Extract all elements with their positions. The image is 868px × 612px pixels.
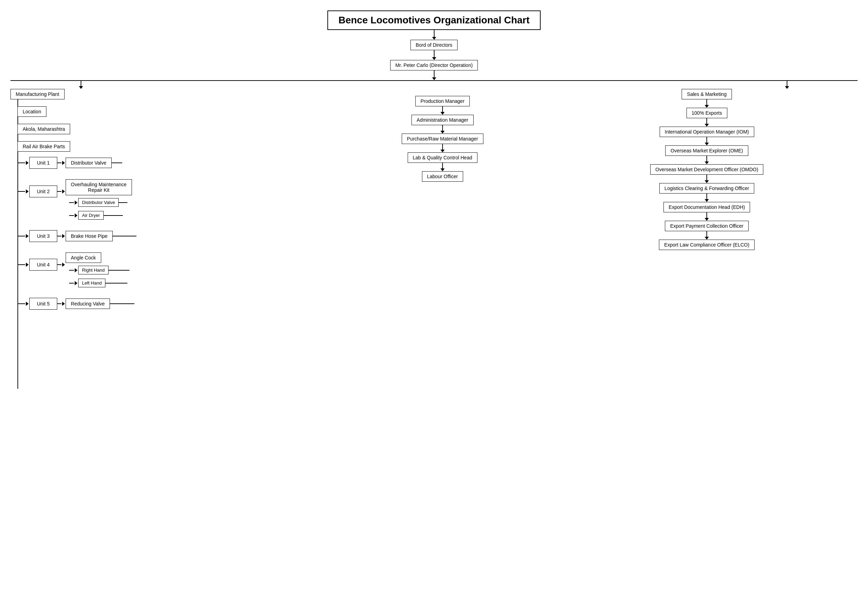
arrow-tip xyxy=(432,37,436,40)
u2-arrow xyxy=(62,189,65,193)
unit4-main: Angle Cock xyxy=(66,252,101,263)
u2-sub1-tip xyxy=(75,201,78,205)
unit2-row: Unit 2 Overhauling MaintenanceRepair Kit xyxy=(18,179,132,220)
u2-hline2 xyxy=(57,191,61,192)
board-to-director xyxy=(432,50,436,60)
log-vline xyxy=(707,193,707,199)
u2-products: Overhauling MaintenanceRepair Kit Distri… xyxy=(66,179,132,220)
u3-hline3 xyxy=(113,236,136,236)
u3-htip xyxy=(26,234,29,238)
unit4-row: Unit 4 Angle Cock xyxy=(18,252,130,287)
u4-sub2-h xyxy=(69,283,74,283)
u2-sub2-h2 xyxy=(104,215,123,216)
epco-vline xyxy=(707,231,707,237)
pm-arrow xyxy=(440,107,445,115)
title-to-board xyxy=(432,30,436,40)
unit5-row: Unit 5 Reducing Valve xyxy=(18,298,134,310)
unit1-product: Distributor Valve xyxy=(66,158,112,168)
u1-htip xyxy=(26,161,29,165)
am-tip xyxy=(440,131,445,134)
log-tip xyxy=(705,199,709,202)
unit4-left: Left Hand xyxy=(78,279,105,287)
u3-arrow xyxy=(62,234,65,238)
u1-arrow xyxy=(62,161,65,165)
u3-hline1 xyxy=(18,236,25,236)
lab-quality: Lab & Quality Control Head xyxy=(408,152,477,163)
epco-tip xyxy=(705,237,709,240)
sm-tip xyxy=(705,105,709,108)
location-value: Akola, Maharashtra xyxy=(17,124,70,134)
ome: Overseas Market Explorer (OME) xyxy=(665,145,748,156)
ome-tip xyxy=(705,161,709,164)
left-down-arrow xyxy=(11,81,152,89)
edh: Export Documentation Head (EDH) xyxy=(663,202,750,212)
spacer xyxy=(152,81,293,89)
production-manager: Production Manager xyxy=(415,96,470,107)
epco-arrow xyxy=(705,231,709,240)
right-branch-connector xyxy=(575,80,857,89)
purch-tip xyxy=(440,150,445,152)
u5-hline3 xyxy=(110,303,134,304)
u5-hline2 xyxy=(57,303,61,304)
u1-hline2 xyxy=(57,162,61,163)
ome-vline xyxy=(707,156,707,161)
units-area: Unit 1 Distributor Valve Unit 2 xyxy=(17,152,136,389)
u4-vbranch: Right Hand Left Hand xyxy=(69,266,130,287)
omdo-arrow xyxy=(705,175,709,183)
vline2 xyxy=(434,50,434,57)
omdo: Overseas Market Development Officer (OMD… xyxy=(650,164,764,175)
lab-arrow xyxy=(440,163,445,171)
mid-spacer xyxy=(293,80,575,81)
location-label: Location xyxy=(17,107,46,117)
exp-arrow xyxy=(705,118,709,127)
larrow xyxy=(79,86,83,89)
mid-nodes: Production Manager Administration Manage… xyxy=(336,89,549,182)
mid-col: Production Manager Administration Manage… xyxy=(332,89,552,182)
u4-sub1-tip xyxy=(75,268,78,272)
am-arrow xyxy=(440,125,445,134)
unit3-box: Unit 3 xyxy=(29,230,57,242)
director-arrow xyxy=(432,70,436,80)
board-node: Bord of Directors xyxy=(411,40,457,50)
left-sub: Location Akola, Maharashtra Rail Air Bra… xyxy=(17,99,70,152)
three-cols: Manufacturing Plant Location Akola, Maha… xyxy=(11,89,857,389)
branch-area: Manufacturing Plant Location Akola, Maha… xyxy=(11,80,857,389)
u2-subitems: Distributor Valve Air Dryer xyxy=(66,198,127,220)
u4-sub2-row: Left Hand xyxy=(69,279,127,287)
loc-val-connector xyxy=(17,134,18,141)
u2-sub2-row: Air Dryer xyxy=(69,211,123,220)
unit1-row: Unit 1 Distributor Valve xyxy=(18,157,122,169)
unit3-product: Brake Hose Pipe xyxy=(66,231,113,241)
iom-vline xyxy=(707,137,707,143)
right-down-row xyxy=(575,81,857,89)
rail-parts: Rail Air Brake Parts xyxy=(17,141,70,152)
u2-sub1-h2 xyxy=(119,202,127,203)
left-branch-connector xyxy=(11,80,293,89)
units-stack: Unit 1 Distributor Valve Unit 2 xyxy=(18,152,136,310)
unit1-box: Unit 1 xyxy=(29,157,57,169)
u4-sub2-h2 xyxy=(105,283,127,283)
elco: Export Law Compliance Officer (ELCO) xyxy=(659,240,755,250)
u4-sub1-h2 xyxy=(108,270,130,270)
omdo-tip xyxy=(705,180,709,183)
u2-htip xyxy=(26,189,29,193)
unit2-main-product: Overhauling MaintenanceRepair Kit xyxy=(66,179,132,195)
left-col: Manufacturing Plant Location Akola, Maha… xyxy=(11,89,332,389)
director-node: Mr. Peter Carlo (Director Operation) xyxy=(390,60,478,70)
u4-htip xyxy=(26,263,29,267)
sales-marketing: Sales & Marketing xyxy=(682,89,732,99)
locval-vline xyxy=(17,134,18,141)
vline xyxy=(434,30,434,37)
u4-hline2 xyxy=(57,264,61,265)
sm-arrow xyxy=(705,99,709,108)
sm-vline xyxy=(707,99,707,105)
arrow-tip2 xyxy=(432,57,436,60)
right-down-arrow xyxy=(716,81,858,89)
labour-officer: Labour Officer xyxy=(422,171,463,182)
u4-sub1-h xyxy=(69,270,74,270)
h-connector-area xyxy=(11,80,857,89)
exp-tip xyxy=(705,124,709,127)
title-wrapper: Bence Locomotives Organizational Chart xyxy=(327,11,541,30)
loc-connector xyxy=(17,117,18,124)
edh-vline xyxy=(707,212,707,218)
